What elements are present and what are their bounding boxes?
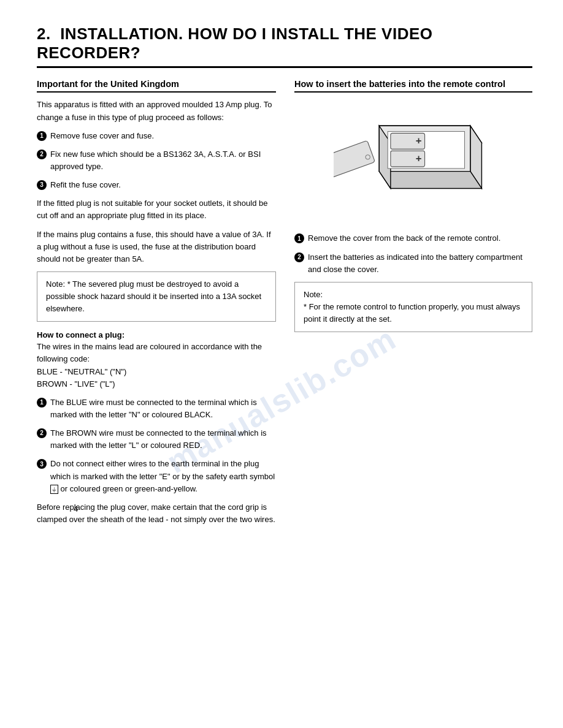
wire-step-number-1: 1 xyxy=(37,398,47,408)
right-step-number-1: 1 xyxy=(294,233,304,243)
note-box-remote: Note:* For the remote control to functio… xyxy=(294,282,532,332)
connect-intro: The wires in the mains lead are coloured… xyxy=(37,341,276,390)
left-section-heading: Important for the United Kingdom xyxy=(37,79,276,93)
step-text-2: Fix new fuse which should be a BS1362 3A… xyxy=(50,148,276,173)
right-step-number-2: 2 xyxy=(294,252,304,262)
right-column: How to insert the batteries into the rem… xyxy=(294,79,532,341)
two-column-layout: Important for the United Kingdom This ap… xyxy=(37,79,532,532)
list-item: 2 The BROWN wire must be connected to th… xyxy=(37,427,276,452)
svg-text:+: + xyxy=(416,153,422,164)
intro-text: This apparatus is fitted with an approve… xyxy=(37,99,276,123)
section-title: INSTALLATION. HOW DO I INSTALL THE VIDEO… xyxy=(37,25,433,62)
wire-step-text-1: The BLUE wire must be connected to the t… xyxy=(50,396,276,421)
page-number: 4 xyxy=(74,504,78,514)
note-box-text: Note: * The severed plug must be destroy… xyxy=(46,279,261,313)
note-box-remote-text: Note:* For the remote control to functio… xyxy=(304,290,520,324)
list-item: 1 Remove fuse cover and fuse. xyxy=(37,130,276,142)
closing-text: Before replacing the plug cover, make ce… xyxy=(37,501,276,526)
wire-step-text-2: The BROWN wire must be connected to the … xyxy=(50,427,276,452)
step-number-1: 1 xyxy=(37,131,47,141)
earth-symbol: ⏚ xyxy=(50,485,58,494)
svg-rect-10 xyxy=(334,141,375,182)
step-number-2: 2 xyxy=(37,150,47,159)
paragraph1: If the fitted plug is not suitable for y… xyxy=(37,197,276,222)
left-column: Important for the United Kingdom This ap… xyxy=(37,79,276,532)
title-rule xyxy=(37,66,532,68)
svg-marker-3 xyxy=(379,172,481,189)
list-item: 3 Refit the fuse cover. xyxy=(37,179,276,191)
right-list-item: 2 Insert the batteries as indicated into… xyxy=(294,251,532,276)
step-text-3: Refit the fuse cover. xyxy=(50,179,121,191)
step-text-1: Remove fuse cover and fuse. xyxy=(50,130,154,142)
wire-step-number-3: 3 xyxy=(37,459,47,469)
list-item: 1 The BLUE wire must be connected to the… xyxy=(37,396,276,421)
right-list-item: 1 Remove the cover from the back of the … xyxy=(294,232,532,245)
right-section-heading: How to insert the batteries into the rem… xyxy=(294,79,532,93)
list-item: 2 Fix new fuse which should be a BS1362 … xyxy=(37,148,276,173)
note-box-severed-plug: Note: * The severed plug must be destroy… xyxy=(37,271,276,322)
page-title: 2. INSTALLATION. HOW DO I INSTALL THE VI… xyxy=(37,25,532,63)
paragraph2: If the mains plug contains a fuse, this … xyxy=(37,229,276,265)
right-step-text-1: Remove the cover from the back of the re… xyxy=(308,232,500,245)
wire-step-text-3: Do not connect either wires to the earth… xyxy=(50,458,276,495)
list-item: 3 Do not connect either wires to the ear… xyxy=(37,458,276,495)
section-number: 2. xyxy=(37,25,51,43)
wire-step-number-2: 2 xyxy=(37,428,47,438)
connect-heading: How to connect a plug: xyxy=(37,330,276,339)
right-step-text-2: Insert the batteries as indicated into t… xyxy=(308,251,532,276)
svg-text:+: + xyxy=(416,135,422,146)
step-number-3: 3 xyxy=(37,180,47,190)
battery-illustration: + + xyxy=(334,99,493,221)
